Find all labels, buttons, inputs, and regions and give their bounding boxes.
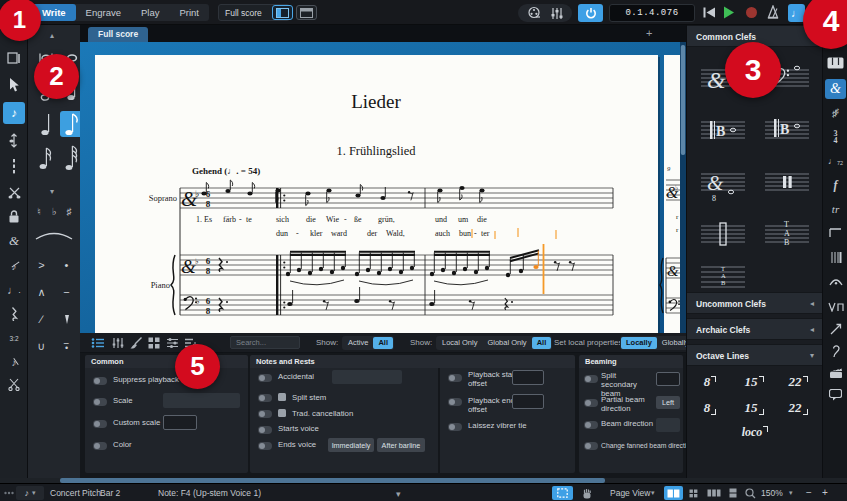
starts-voice-toggle[interactable] xyxy=(258,426,272,434)
filter-all-2[interactable]: All xyxy=(532,337,552,349)
piano-keyboard-icon[interactable] xyxy=(825,53,846,73)
octave-8va-button[interactable]: 8 xyxy=(691,372,729,392)
note-input-tool[interactable]: ♪ xyxy=(3,102,25,124)
staccato-button[interactable]: • xyxy=(55,253,78,277)
page-grid-view-button[interactable] xyxy=(686,486,701,500)
slash-voice-tool[interactable]: ♪ xyxy=(3,351,25,373)
partial-beam-direction-value[interactable]: Left xyxy=(656,396,680,409)
pitch-extend-tool[interactable] xyxy=(3,129,25,151)
view-mode-select[interactable]: Page View xyxy=(610,484,650,501)
laissez-vibrer-toggle[interactable] xyxy=(448,423,462,431)
record-icon[interactable] xyxy=(745,6,758,19)
pages-horizontal-button[interactable] xyxy=(704,486,723,500)
pedal-line-icon[interactable] xyxy=(825,223,846,243)
score-viewport[interactable]: Lieder 1. Frühlingslied Gehend (♩. = 54)… xyxy=(80,42,686,333)
tab-engrave[interactable]: Engrave xyxy=(76,4,131,21)
lock-tool[interactable] xyxy=(3,205,25,227)
trad-cancellation-checkbox[interactable] xyxy=(278,409,286,417)
filter-all-1[interactable]: All xyxy=(373,337,393,349)
key-flat-piano-rh[interactable]: ♭ xyxy=(195,257,199,266)
time-sig-8-rh[interactable]: 8 xyxy=(206,266,211,276)
time-sig-8[interactable]: 8 xyxy=(206,199,211,209)
pointer-tool[interactable] xyxy=(3,74,25,96)
cross-voice-tool[interactable] xyxy=(3,181,25,203)
staccato-tenuto-button[interactable]: −• xyxy=(55,334,78,358)
playback-start-offset-field[interactable] xyxy=(512,370,544,385)
properties-grid-icon[interactable] xyxy=(146,336,162,350)
clef-percussion-button[interactable] xyxy=(757,159,817,205)
octave-15mb-button[interactable]: 15 xyxy=(735,398,773,418)
time-sig-6-rh[interactable]: 6 xyxy=(206,256,211,266)
marquee-select-button[interactable] xyxy=(552,486,573,500)
tab-full-score[interactable]: Full score xyxy=(88,27,148,42)
filter-active[interactable]: Active xyxy=(343,337,373,349)
split-secondary-beam-field[interactable] xyxy=(656,372,680,386)
hand-tool-button[interactable] xyxy=(577,486,595,500)
split-stem-checkbox[interactable] xyxy=(278,393,286,401)
dynamics-panel-icon[interactable]: f xyxy=(825,175,846,195)
playback-engine-power-button[interactable] xyxy=(578,4,603,22)
stress-button[interactable]: ∕ xyxy=(30,307,53,331)
section-uncommon-clefs[interactable]: Uncommon Clefs ◂ xyxy=(687,292,823,314)
tab-play[interactable]: Play xyxy=(131,4,169,21)
accent-button[interactable]: > xyxy=(30,253,53,277)
custom-scale-toggle[interactable] xyxy=(93,420,107,428)
staccatissimo-button[interactable] xyxy=(55,307,78,331)
comment-bubble-icon[interactable] xyxy=(825,385,846,405)
playback-start-offset-toggle[interactable] xyxy=(448,374,462,382)
properties-list-icon[interactable] xyxy=(90,336,106,350)
tab-print[interactable]: Print xyxy=(169,4,209,21)
octave-22ma-button[interactable]: 22 xyxy=(779,372,817,392)
octave-15ma-button[interactable]: 15 xyxy=(735,372,773,392)
sharp-button[interactable]: ♯ xyxy=(62,203,76,219)
change-fanned-beam-toggle[interactable] xyxy=(584,442,598,450)
playback-end-offset-field[interactable] xyxy=(512,394,544,409)
octave-8vb-button[interactable]: 8 xyxy=(691,398,729,418)
split-secondary-beam-toggle[interactable] xyxy=(584,375,598,383)
rewind-to-start-icon[interactable] xyxy=(703,7,716,18)
key-flat-soprano[interactable]: ♭ xyxy=(195,189,199,199)
zoom-out-button[interactable]: − xyxy=(806,484,812,501)
marcato-button[interactable]: ∧ xyxy=(30,280,53,304)
properties-sliders-icon[interactable] xyxy=(164,336,180,350)
rhythmic-grid-selector[interactable]: ♪ ▾ xyxy=(16,486,44,500)
clef-alto-button[interactable]: B xyxy=(693,107,753,153)
slur-button[interactable] xyxy=(30,223,78,249)
filter-local-only[interactable]: Local Only xyxy=(437,337,482,349)
dotted-note-tool[interactable]: ♩. xyxy=(3,279,25,301)
score-title[interactable]: Lieder xyxy=(351,91,401,112)
treble-clef-piano[interactable]: & xyxy=(181,256,196,277)
pages-vertical-button[interactable] xyxy=(726,486,739,500)
rest-tool[interactable] xyxy=(3,303,25,325)
page-spread-view-button[interactable] xyxy=(664,486,683,500)
color-toggle[interactable] xyxy=(93,442,107,450)
clef-tab-button[interactable]: T A B xyxy=(757,211,817,257)
zoom-in-button[interactable]: + xyxy=(822,484,828,501)
concert-pitch-indicator[interactable]: Concert Pitch xyxy=(50,484,101,501)
bowing-icon[interactable] xyxy=(825,297,846,317)
panel-toggle-icon[interactable] xyxy=(3,47,25,69)
beam-direction-field[interactable] xyxy=(656,418,680,432)
ends-voice-toggle[interactable] xyxy=(258,442,272,450)
flat-button[interactable]: ♭ xyxy=(47,203,61,219)
clapper-board-icon[interactable] xyxy=(825,363,846,383)
duration-quarter2-button[interactable] xyxy=(34,111,57,137)
soprano-staff-label[interactable]: Soprano xyxy=(149,193,177,203)
time-signature-icon[interactable]: 34 xyxy=(825,127,846,147)
play-icon[interactable] xyxy=(723,6,735,19)
accidental-dropdown[interactable] xyxy=(332,370,402,384)
tempo-panel-icon[interactable]: ♩72 xyxy=(825,151,846,171)
ends-voice-immediately-button[interactable]: Immediately xyxy=(328,438,374,452)
properties-mixer-icon[interactable] xyxy=(110,336,126,350)
split-stem-toggle[interactable] xyxy=(258,394,272,402)
clef-tenor-button[interactable]: B xyxy=(757,107,817,153)
mixer-icon[interactable] xyxy=(551,7,563,20)
piano-staff-label[interactable]: Piano xyxy=(151,280,170,290)
repeat-bars-tool[interactable] xyxy=(3,155,25,177)
suppress-playback-toggle[interactable] xyxy=(93,377,107,385)
scale-dropdown[interactable] xyxy=(163,393,240,408)
metronome-icon[interactable] xyxy=(766,5,780,19)
properties-brush-icon[interactable] xyxy=(128,336,144,350)
ends-voice-after-barline-button[interactable]: After barline xyxy=(377,438,425,452)
beam-direction-toggle[interactable] xyxy=(584,421,598,429)
